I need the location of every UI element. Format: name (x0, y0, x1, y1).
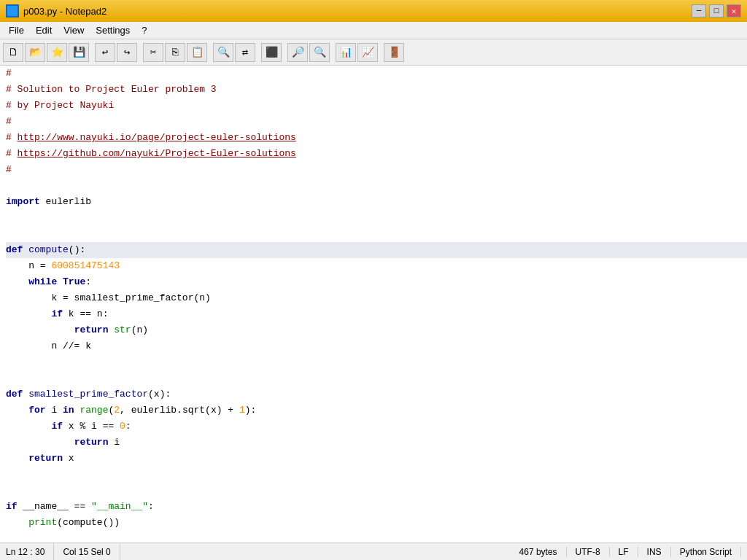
code-line (6, 226, 747, 242)
code-line: return str(n) (6, 322, 747, 338)
code-line: n //= k (6, 338, 747, 354)
customize-button[interactable]: 📈 (357, 43, 378, 62)
status-line-col: Ln 12 : 30 (6, 543, 54, 560)
code-line: # (6, 114, 747, 130)
menu-edit[interactable]: Edit (30, 23, 58, 37)
redo-button[interactable]: ↪ (117, 43, 137, 62)
minimize-button[interactable]: ─ (692, 4, 706, 18)
code-line (6, 370, 747, 386)
wordwrap-button[interactable]: ⬛ (261, 43, 282, 62)
code-line: for i in range(2, eulerlib.sqrt(x) + 1): (6, 402, 747, 419)
close-button[interactable]: ✕ (727, 4, 741, 18)
code-line (6, 354, 747, 370)
openfav-button[interactable]: ⭐ (47, 43, 67, 62)
status-ins: INS (638, 547, 671, 557)
code-line: print(compute()) (6, 515, 747, 531)
code-line: # (6, 66, 747, 82)
toolbar: 🗋 📂 ⭐ 💾 ↩ ↪ ✂ ⎘ 📋 🔍 ⇄ ⬛ 🔎 🔍 📊 📈 🚪 (0, 39, 747, 66)
undo-button[interactable]: ↩ (95, 43, 115, 62)
new-button[interactable]: 🗋 (3, 43, 23, 62)
titlebar: p003.py - Notepad2 ─ □ ✕ (0, 0, 747, 22)
find-button[interactable]: 🔍 (213, 43, 233, 62)
menu-file[interactable]: File (3, 23, 30, 37)
zoomout-button[interactable]: 🔍 (309, 43, 330, 62)
save-button[interactable]: 💾 (69, 43, 89, 62)
code-line: return x (6, 451, 747, 467)
code-line: def smallest_prime_factor(x): (6, 386, 747, 402)
status-sel: Col 15 Sel 0 (54, 543, 120, 560)
menubar: File Edit View Settings ? (0, 22, 747, 39)
status-bytes: 467 bytes (519, 547, 567, 557)
cut-button[interactable]: ✂ (143, 43, 163, 62)
restore-button[interactable]: □ (709, 4, 724, 18)
code-area[interactable]: # # Solution to Project Euler problem 3 … (0, 66, 747, 542)
code-line (6, 467, 747, 483)
code-line: # http://www.nayuki.io/page/project-eule… (6, 130, 747, 146)
zoomin-button[interactable]: 🔎 (287, 43, 308, 62)
menu-settings[interactable]: Settings (90, 23, 136, 37)
code-line: k = smallest_prime_factor(n) (6, 290, 747, 306)
code-line-highlighted: def compute(): (6, 242, 747, 258)
scheme-button[interactable]: 📊 (336, 43, 356, 62)
code-line: import eulerlib (6, 194, 747, 210)
code-line: n = 600851475143 (6, 258, 747, 274)
code-line: if k == n: (6, 306, 747, 322)
code-line: if __name__ == "__main__": (6, 499, 747, 515)
code-line: # by Project Nayuki (6, 98, 747, 114)
exit-button[interactable]: 🚪 (384, 43, 404, 62)
menu-view[interactable]: View (58, 23, 90, 37)
code-line: return i (6, 435, 747, 451)
status-encoding: UTF-8 (567, 547, 610, 557)
code-line: if x % i == 0: (6, 419, 747, 435)
open-button[interactable]: 📂 (25, 43, 45, 62)
editor-container: # # Solution to Project Euler problem 3 … (0, 66, 747, 542)
code-line: # Solution to Project Euler problem 3 (6, 82, 747, 98)
menu-help[interactable]: ? (136, 23, 152, 37)
statusbar: Ln 12 : 30 Col 15 Sel 0 467 bytes UTF-8 … (0, 542, 747, 560)
code-line: # https://github.com/nayuki/Project-Eule… (6, 146, 747, 162)
titlebar-title: p003.py - Notepad2 (23, 6, 107, 17)
code-line (6, 483, 747, 499)
window-controls: ─ □ ✕ (692, 4, 741, 18)
status-eol: LF (610, 547, 638, 557)
paste-button[interactable]: 📋 (187, 43, 207, 62)
app-icon (6, 4, 19, 18)
code-line (6, 210, 747, 226)
replace-button[interactable]: ⇄ (235, 43, 255, 62)
copy-button[interactable]: ⎘ (165, 43, 185, 62)
code-line: # (6, 162, 747, 178)
code-line (6, 178, 747, 194)
code-line: while True: (6, 274, 747, 290)
status-type: Python Script (671, 547, 741, 557)
